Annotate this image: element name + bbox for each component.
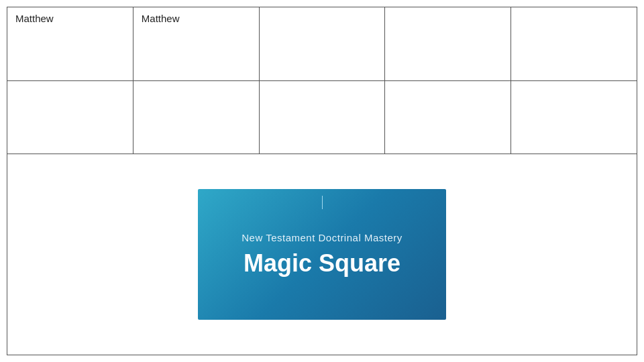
grid-cell-r1c4 xyxy=(511,81,637,155)
banner-subtitle: New Testament Doctrinal Mastery xyxy=(241,232,402,243)
grid-section: Matthew Matthew xyxy=(7,7,637,154)
banner-line xyxy=(322,196,323,209)
grid-cell-r0c1: Matthew xyxy=(133,7,260,81)
bottom-section: New Testament Doctrinal Mastery Magic Sq… xyxy=(7,154,637,355)
grid-cell-r1c0 xyxy=(7,81,133,155)
cell-text-r0c1: Matthew xyxy=(142,13,180,24)
grid-cell-r0c3 xyxy=(385,7,511,81)
grid-cell-r1c3 xyxy=(385,81,511,155)
grid-cell-r1c1 xyxy=(133,81,260,155)
grid-cell-r0c2 xyxy=(260,7,386,81)
grid-cell-r0c4 xyxy=(511,7,637,81)
grid-cell-r0c0: Matthew xyxy=(7,7,133,81)
banner-title: Magic Square xyxy=(244,250,400,277)
cell-text-r0c0: Matthew xyxy=(15,13,54,24)
grid-cell-r1c2 xyxy=(260,81,386,155)
page-container: Matthew Matthew New Testament Doctrinal … xyxy=(0,0,644,362)
banner-box: New Testament Doctrinal Mastery Magic Sq… xyxy=(198,189,446,320)
